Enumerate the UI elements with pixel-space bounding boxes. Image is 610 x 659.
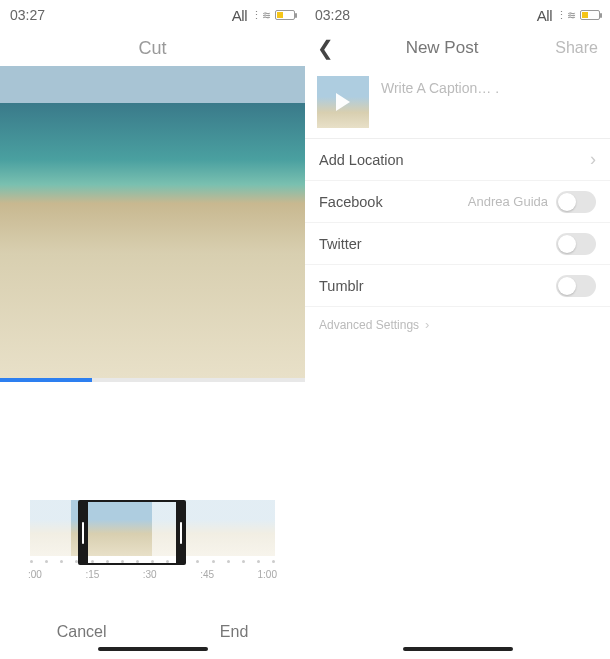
progress-fill [0,378,92,382]
battery-icon [580,10,600,20]
advanced-label: Advanced Settings [319,318,419,332]
row-label: Twitter [319,236,362,252]
navbar: ❮ New Post Share [305,30,610,66]
trim-handle-left[interactable] [78,500,88,565]
toggle-twitter[interactable] [556,233,596,255]
trim-timeline[interactable]: :00 :15 :30 :45 1:00 [0,500,305,565]
chevron-right-icon: › [590,149,596,170]
tick-dots [0,556,305,563]
page-title: Cut [138,38,166,59]
toggle-tumblr[interactable] [556,275,596,297]
row-tumblr: Tumblr [305,265,610,307]
navbar-title: Cut [0,30,305,66]
end-button[interactable]: End [220,623,248,641]
row-facebook: Facebook Andrea Guida [305,181,610,223]
tick: :15 [85,569,99,580]
back-button[interactable]: ❮ [317,36,341,60]
thumb-frame[interactable] [193,500,234,556]
toggle-facebook[interactable] [556,191,596,213]
row-label: Tumblr [319,278,364,294]
thumb-strip [0,500,305,556]
tick: :45 [200,569,214,580]
share-button[interactable]: Share [543,39,598,57]
account-name: Andrea Guida [468,194,548,209]
wifi-icon: ⋮≋ [251,9,271,22]
tick: :30 [143,569,157,580]
tick: :00 [28,569,42,580]
battery-icon [275,10,295,20]
video-progress[interactable] [0,378,305,382]
advanced-settings-link[interactable]: Advanced Settings › [305,307,610,342]
row-twitter: Twitter [305,223,610,265]
trim-handle-right[interactable] [176,500,186,565]
play-icon [336,93,350,111]
screen-cut: 03:27 All ⋮≋ Cut :00 :15 :30 [0,0,305,659]
row-label: Add Location [319,152,404,168]
carrier-label: All [537,7,552,24]
status-right: All ⋮≋ [537,7,600,24]
tick: 1:00 [258,569,277,580]
home-indicator[interactable] [403,647,513,651]
home-indicator[interactable] [98,647,208,651]
row-label: Facebook [319,194,383,210]
thumb-frame[interactable] [71,500,112,556]
cancel-button[interactable]: Cancel [57,623,107,641]
caption-row: Write A Caption… . [305,66,610,138]
thumb-frame[interactable] [152,500,193,556]
status-time: 03:28 [315,7,350,23]
chevron-right-icon: › [425,317,429,332]
thumb-frame[interactable] [112,500,153,556]
screen-new-post: 03:28 All ⋮≋ ❮ New Post Share Write A Ca… [305,0,610,659]
video-preview[interactable] [0,66,305,378]
tick-labels: :00 :15 :30 :45 1:00 [0,563,305,580]
wifi-icon: ⋮≋ [556,9,576,22]
thumb-frame[interactable] [30,500,71,556]
caption-input[interactable]: Write A Caption… . [381,76,499,96]
bottom-actions: Cancel End [0,623,305,641]
video-thumb[interactable] [317,76,369,128]
page-title: New Post [341,38,543,58]
thumb-frame[interactable] [234,500,275,556]
status-bar: 03:27 All ⋮≋ [0,0,305,30]
row-add-location[interactable]: Add Location › [305,139,610,181]
status-right: All ⋮≋ [232,7,295,24]
status-time: 03:27 [10,7,45,23]
carrier-label: All [232,7,247,24]
status-bar: 03:28 All ⋮≋ [305,0,610,30]
